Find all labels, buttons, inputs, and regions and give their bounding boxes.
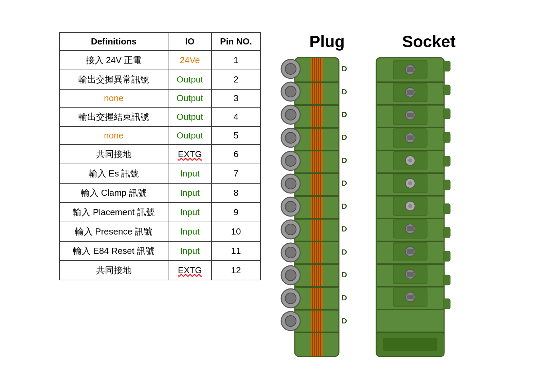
svg-rect-105: [443, 109, 450, 119]
cell-io: Output: [168, 89, 212, 107]
svg-rect-111: [443, 251, 450, 261]
cell-io: EXTG: [168, 261, 212, 280]
cell-definition: 輸入 E84 Reset 訊號: [59, 241, 168, 261]
table-row: 輸入 E84 Reset 訊號Input11: [59, 241, 260, 261]
svg-point-40: [285, 293, 296, 304]
svg-rect-103: [443, 61, 450, 71]
svg-point-30: [285, 178, 296, 189]
svg-point-24: [285, 109, 296, 120]
svg-point-20: [285, 63, 296, 74]
cell-pin: 6: [212, 145, 260, 164]
svg-rect-79: [407, 135, 414, 140]
svg-text:D: D: [342, 179, 347, 187]
svg-point-85: [408, 181, 412, 185]
svg-rect-112: [443, 275, 450, 285]
svg-rect-104: [443, 85, 450, 95]
svg-rect-12: [295, 195, 339, 197]
plug-diagram: D D D D D D D D D D D D: [274, 54, 359, 360]
header-io: IO: [168, 33, 212, 51]
cell-definition: none: [59, 127, 168, 145]
plug-label: Plug: [281, 32, 373, 51]
svg-rect-13: [295, 218, 339, 220]
main-container: Definitions IO Pin NO. 接入 24V 正電24Ve1輸出交…: [49, 22, 495, 370]
cell-pin: 5: [212, 127, 260, 145]
svg-text:D: D: [342, 133, 347, 142]
socket-diagram: [366, 54, 468, 360]
cell-definition: none: [59, 89, 168, 107]
table-row: 接入 24V 正電24Ve1: [59, 51, 260, 70]
table-row: 輸出交握結束訊號Output4: [59, 107, 260, 127]
table-row: 共同接地EXTG12: [59, 261, 260, 280]
svg-text:D: D: [342, 202, 347, 210]
svg-rect-109: [443, 204, 450, 214]
svg-rect-57: [376, 104, 444, 106]
svg-text:D: D: [342, 156, 347, 165]
svg-rect-9: [295, 127, 339, 129]
svg-point-32: [285, 201, 296, 212]
cell-pin: 8: [212, 183, 260, 203]
svg-text:D: D: [342, 225, 347, 233]
table-row: 共同接地EXTG6: [59, 145, 260, 164]
svg-rect-107: [443, 156, 450, 166]
svg-rect-58: [376, 127, 444, 128]
svg-point-82: [408, 158, 412, 163]
connectors-row: D D D D D D D D D D D D: [274, 54, 468, 360]
table-row: 輸入 Es 訊號Input7: [59, 164, 260, 183]
table-section: Definitions IO Pin NO. 接入 24V 正電24Ve1輸出交…: [59, 32, 261, 280]
cell-io: 24Ve: [168, 51, 212, 70]
cell-pin: 3: [212, 89, 260, 107]
connector-labels: Plug Socket: [274, 32, 485, 51]
svg-point-22: [285, 86, 296, 97]
svg-rect-100: [407, 295, 414, 299]
svg-rect-11: [295, 172, 339, 174]
cell-definition: 輸入 Es 訊號: [59, 164, 168, 183]
svg-rect-14: [295, 241, 339, 242]
svg-rect-56: [376, 81, 444, 83]
svg-text:D: D: [342, 294, 347, 302]
svg-rect-97: [407, 272, 414, 277]
svg-rect-8: [295, 104, 339, 106]
svg-rect-65: [376, 286, 444, 287]
svg-text:D: D: [342, 270, 347, 279]
cell-io: EXTG: [168, 145, 212, 164]
svg-rect-62: [376, 218, 444, 219]
svg-text:D: D: [342, 64, 347, 73]
table-row: noneOutput3: [59, 89, 260, 107]
cell-definition: 輸出交握異常訊號: [59, 70, 168, 89]
cell-pin: 7: [212, 164, 260, 183]
svg-rect-66: [376, 309, 444, 310]
svg-rect-15: [295, 263, 339, 265]
svg-point-36: [285, 247, 296, 258]
cell-pin: 12: [212, 261, 260, 280]
svg-rect-91: [407, 226, 414, 231]
svg-text:D: D: [342, 88, 347, 96]
cell-io: Input: [168, 164, 212, 183]
cell-definition: 輸出交握結束訊號: [59, 107, 168, 127]
cell-definition: 接入 24V 正電: [59, 51, 168, 70]
svg-rect-61: [376, 195, 444, 197]
cell-pin: 11: [212, 241, 260, 261]
cell-definition: 共同接地: [59, 261, 168, 280]
svg-point-34: [285, 224, 296, 235]
definitions-table: Definitions IO Pin NO. 接入 24V 正電24Ve1輸出交…: [59, 32, 261, 280]
connectors-area: Plug Socket: [274, 32, 485, 360]
cell-io: Input: [168, 203, 212, 222]
table-row: 輸入 Placement 訊號Input9: [59, 203, 260, 222]
svg-text:D: D: [342, 317, 347, 325]
svg-rect-106: [443, 132, 450, 143]
cell-io: Input: [168, 183, 212, 203]
svg-rect-10: [295, 150, 339, 151]
cell-definition: 共同接地: [59, 145, 168, 164]
svg-point-28: [285, 155, 296, 166]
svg-point-38: [285, 270, 296, 281]
svg-rect-16: [295, 286, 339, 288]
svg-point-42: [285, 316, 296, 326]
cell-io: Output: [168, 107, 212, 127]
cell-io: Output: [168, 70, 212, 89]
cell-definition: 輸入 Placement 訊號: [59, 203, 168, 222]
header-definitions: Definitions: [59, 33, 168, 51]
svg-rect-113: [443, 299, 450, 309]
cell-pin: 1: [212, 51, 260, 70]
cell-io: Output: [168, 127, 212, 145]
cell-definition: 輸入 Presence 訊號: [59, 222, 168, 241]
